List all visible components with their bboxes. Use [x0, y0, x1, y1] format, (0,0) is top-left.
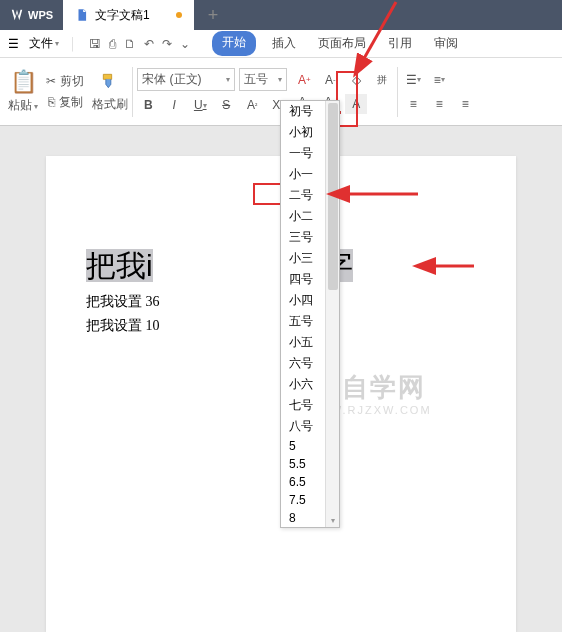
scroll-thumb[interactable] [328, 103, 338, 290]
file-menu-label: 文件 [29, 35, 53, 52]
document-tab[interactable]: 文字文稿1 [63, 0, 194, 30]
font-name-value: 宋体 (正文) [142, 71, 201, 88]
format-brush-button[interactable]: 格式刷 [92, 71, 128, 113]
print-icon[interactable]: ⎙ [109, 37, 116, 51]
document-tab-label: 文字文稿1 [95, 7, 150, 24]
cut-label: 剪切 [60, 73, 84, 90]
font-size-dropdown: ▴ ▾ 初号小初一号小一二号小二三号小三四号小四五号小五六号小六七号八号55.5… [280, 100, 340, 528]
superscript-button[interactable]: A² [241, 95, 263, 115]
align-left-button[interactable]: ≡ [402, 94, 424, 114]
format-brush-label: 格式刷 [92, 96, 128, 113]
new-tab-button[interactable]: + [194, 5, 233, 26]
wps-logo: WPS [0, 8, 63, 22]
copy-label: 复制 [59, 94, 83, 111]
hamburger-icon[interactable]: ☰ [8, 37, 19, 51]
tab-insert[interactable]: 插入 [266, 31, 302, 56]
file-menu[interactable]: 文件 ▾ [23, 35, 65, 52]
char-shading-button[interactable]: A [345, 94, 367, 114]
title-bar: WPS 文字文稿1 + [0, 0, 562, 30]
format-brush-icon [100, 71, 120, 94]
align-center-button[interactable]: ≡ [428, 94, 450, 114]
clear-format-button[interactable]: ◇ [345, 70, 367, 90]
font-decrease-button[interactable]: A- [319, 70, 341, 90]
font-size-select[interactable]: 五号 ▾ [239, 68, 287, 91]
font-size-value: 五号 [244, 71, 268, 88]
app-name-label: WPS [28, 9, 53, 21]
scissors-icon: ✂ [46, 74, 56, 88]
menu-tabs: 开始 插入 页面布局 引用 审阅 [212, 31, 464, 56]
numbering-button[interactable]: ≡▾ [428, 70, 450, 90]
redo-icon[interactable]: ↷ [162, 37, 172, 51]
tab-start[interactable]: 开始 [212, 31, 256, 56]
bullets-button[interactable]: ☰▾ [402, 70, 424, 90]
font-name-select[interactable]: 宋体 (正文) ▾ [137, 68, 235, 91]
unsaved-dot-icon [176, 12, 182, 18]
phonetic-button[interactable]: 拼 [371, 70, 393, 90]
chevron-down-icon: ▾ [226, 75, 230, 84]
copy-button[interactable]: ⎘复制 [48, 94, 83, 111]
bold-button[interactable]: B [137, 95, 159, 115]
preview-icon[interactable]: 🗋 [124, 37, 136, 51]
italic-button[interactable]: I [163, 95, 185, 115]
dropdown-scrollbar[interactable]: ▴ ▾ [325, 101, 339, 527]
align-right-button[interactable]: ≡ [454, 94, 476, 114]
underline-button[interactable]: U ▾ [189, 95, 211, 115]
tab-reference[interactable]: 引用 [382, 31, 418, 56]
chevron-down-icon: ▾ [278, 75, 282, 84]
selected-text-before: 把我i [86, 249, 153, 282]
menu-bar: ☰ 文件 ▾ │ 🖫 ⎙ 🗋 ↶ ↷ ⌄ 开始 插入 页面布局 引用 审阅 [0, 30, 562, 58]
paste-button[interactable]: 📋 粘贴 ▾ [8, 69, 38, 114]
scroll-down-arrow-icon[interactable]: ▾ [326, 513, 340, 527]
font-increase-button[interactable]: A+ [293, 70, 315, 90]
chevron-down-icon: ▾ [55, 39, 59, 48]
quick-toolbar: 🖫 ⎙ 🗋 ↶ ↷ ⌄ [81, 37, 198, 51]
tab-page-layout[interactable]: 页面布局 [312, 31, 372, 56]
cut-button[interactable]: ✂剪切 [46, 73, 84, 90]
paste-icon: 📋 [10, 69, 37, 95]
strike-button[interactable]: S [215, 95, 237, 115]
tab-review[interactable]: 审阅 [428, 31, 464, 56]
wps-app-icon [10, 8, 24, 22]
document-icon [75, 8, 89, 22]
paste-label: 粘贴 [8, 98, 32, 112]
more-icon[interactable]: ⌄ [180, 37, 190, 51]
copy-icon: ⎘ [48, 95, 55, 109]
undo-icon[interactable]: ↶ [144, 37, 154, 51]
save-icon[interactable]: 🖫 [89, 37, 101, 51]
